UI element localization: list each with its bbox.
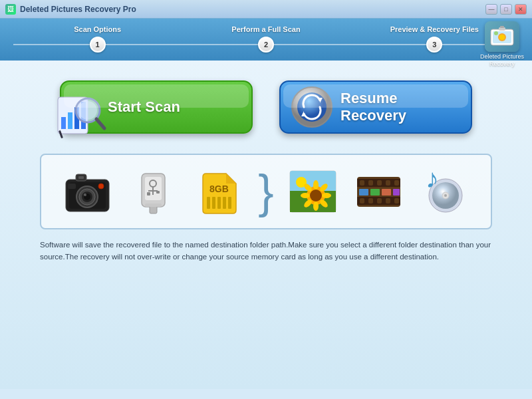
film-icon [352,165,406,218]
main-content: Start Scan [0,61,532,389]
svg-rect-41 [223,197,226,209]
svg-point-50 [313,180,319,190]
svg-rect-40 [217,197,221,209]
svg-rect-5 [500,26,504,28]
step-circle-1: 1 [90,37,106,53]
svg-rect-26 [78,176,84,179]
svg-rect-42 [228,197,231,209]
svg-rect-37 [145,203,162,207]
logo-text: Deleted PicturesRecovery [480,53,524,68]
svg-rect-68 [377,198,382,203]
svg-point-53 [322,193,331,198]
maximize-button[interactable]: □ [500,4,512,15]
start-scan-button[interactable]: Start Scan [60,80,253,134]
svg-rect-74 [393,189,400,196]
svg-rect-61 [360,180,364,186]
header: Scan Options 1 Perform a Full Scan 2 Pre… [0,19,532,61]
minimize-button[interactable]: — [485,4,497,15]
resume-recovery-button[interactable]: Resume Recovery [279,80,472,134]
svg-rect-35 [156,191,160,194]
svg-line-14 [96,119,104,128]
title-bar: 🖼 Deleted Pictures Recovery Pro — □ ✕ [0,0,532,19]
svg-rect-67 [368,198,373,203]
svg-point-52 [301,193,310,198]
step-1: Scan Options 1 [13,25,182,53]
svg-text:♪: ♪ [426,168,439,193]
start-scan-label: Start Scan [108,98,180,116]
bracket-separator: } [258,168,273,215]
recovery-icon [291,86,334,129]
step-circle-2: 2 [258,37,274,53]
step-line-left-1 [13,44,90,45]
photo-icon [287,165,340,218]
svg-point-3 [499,35,505,40]
svg-point-13 [78,101,97,120]
step-line-left-3 [350,44,427,45]
svg-rect-62 [368,180,373,186]
svg-text:8GB: 8GB [209,184,229,194]
step-2: Perform a Full Scan 2 [182,25,350,53]
svg-rect-72 [370,189,380,196]
svg-rect-64 [386,180,390,186]
svg-rect-70 [394,198,399,203]
close-button[interactable]: ✕ [515,4,527,15]
steps-container: Scan Options 1 Perform a Full Scan 2 Pre… [0,25,532,53]
step-line-left-2 [182,44,258,45]
app-icon: 🖼 [5,4,16,15]
usb-drive-icon [126,165,180,218]
camera-icon [61,165,114,218]
svg-rect-65 [394,180,399,186]
svg-point-78 [444,194,447,197]
window-title: Deleted Pictures Recovery Pro [20,5,136,14]
svg-rect-63 [377,180,382,186]
step-3-label: Preview & Recovery Files [390,25,479,33]
svg-point-49 [310,190,322,201]
device-icons-box: 8GB } [40,154,492,229]
step-2-label: Perform a Full Scan [231,25,300,33]
sd-card-icon: 8GB [192,165,245,218]
step-circle-3: 3 [426,37,442,53]
step-1-label: Scan Options [74,25,121,33]
svg-rect-28 [68,184,76,189]
svg-point-6 [494,31,498,35]
svg-rect-38 [207,197,210,209]
svg-point-17 [297,92,327,122]
resume-recovery-label: Resume Recovery [340,90,461,124]
logo-icon [485,21,519,52]
svg-point-27 [98,184,104,189]
svg-rect-73 [382,189,391,196]
svg-rect-34 [147,192,150,196]
app-logo: Deleted PicturesRecovery [479,21,525,68]
scan-icon [55,87,101,134]
svg-rect-69 [386,198,390,203]
svg-point-24 [84,194,86,196]
svg-rect-66 [360,198,364,203]
buttons-row: Start Scan [60,80,472,134]
svg-point-51 [313,201,319,211]
step-line-right-1 [106,44,182,45]
svg-rect-71 [359,189,368,196]
svg-rect-39 [212,197,215,209]
svg-rect-8 [61,117,66,129]
window-controls: — □ ✕ [485,4,527,15]
description-text: Software will save the recovered file to… [40,239,492,263]
music-icon: ♪ [418,165,471,218]
svg-rect-9 [68,112,72,129]
step-line-right-2 [274,44,350,45]
